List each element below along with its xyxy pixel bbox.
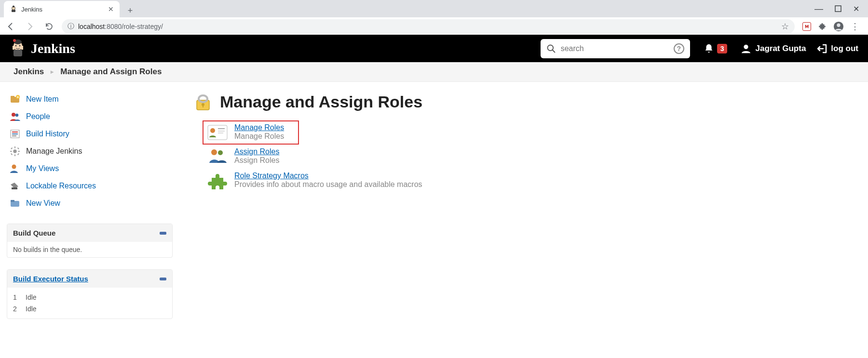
svg-point-49: [211, 149, 217, 155]
sidebar-item-people[interactable]: People: [7, 108, 173, 125]
svg-rect-30: [10, 151, 12, 152]
search-help-icon[interactable]: ?: [674, 43, 684, 54]
sidebar-item-lockable-resources[interactable]: Lockable Resources: [7, 177, 173, 195]
build-queue-empty-text: No builds in the queue.: [13, 246, 82, 253]
url-text: localhost:8080/role-strategy/: [78, 23, 163, 30]
url-path: :8080/role-strategy/: [105, 23, 163, 30]
address-bar-row: ⓘ localhost:8080/role-strategy/ ☆ ᴍ ⋮: [0, 17, 868, 35]
main-content: Manage and Assign Roles Manage Roles Man…: [178, 82, 868, 319]
manage-roles-desc: Manage Roles: [234, 132, 284, 140]
profile-icon[interactable]: [833, 21, 844, 32]
bookmark-icon[interactable]: ☆: [781, 21, 789, 32]
logout-label: log out: [831, 44, 858, 53]
build-queue-header: Build Queue: [7, 224, 172, 242]
executor-status: Idle: [26, 305, 37, 313]
manage-roles-link[interactable]: Manage Roles: [234, 123, 284, 132]
new-tab-button[interactable]: +: [123, 4, 137, 17]
build-queue-title: Build Queue: [13, 229, 55, 237]
sidebar-item-manage-jenkins[interactable]: Manage Jenkins: [7, 143, 173, 160]
executor-num: 1: [13, 293, 21, 301]
notifications[interactable]: 3: [704, 43, 728, 54]
search-icon: [546, 44, 556, 53]
svg-rect-28: [14, 146, 15, 148]
tab-strip: Jenkins ✕ +: [0, 0, 868, 17]
extensions-icon[interactable]: [818, 22, 827, 31]
svg-rect-43: [203, 105, 203, 107]
build-queue-body: No builds in the queue.: [7, 242, 172, 257]
executor-title-link[interactable]: Build Executor Status: [13, 275, 88, 283]
executor-row: 2 Idle: [13, 303, 166, 315]
back-button[interactable]: [4, 20, 17, 33]
jenkins-logo-link[interactable]: Jenkins: [10, 39, 75, 58]
people-group-icon: [207, 147, 228, 166]
sidebar-item-my-views[interactable]: My Views: [7, 160, 173, 177]
executor-status: Idle: [26, 293, 37, 301]
collapse-icon[interactable]: [160, 278, 166, 280]
user-menu[interactable]: Jagrat Gupta: [741, 43, 806, 54]
new-item-icon: ✦: [10, 94, 20, 105]
assign-roles-desc: Assign Roles: [234, 156, 279, 164]
lock-icon: [193, 92, 213, 112]
sidebar-item-label: Lockable Resources: [26, 182, 96, 190]
svg-rect-35: [17, 147, 19, 149]
svg-point-16: [744, 44, 748, 49]
svg-point-36: [12, 165, 16, 169]
site-info-icon[interactable]: ⓘ: [68, 22, 74, 31]
breadcrumb-root[interactable]: Jenkins: [14, 67, 44, 77]
id-card-icon: [207, 123, 228, 142]
tab-close-icon[interactable]: ✕: [108, 5, 114, 13]
assign-roles-link[interactable]: Assign Roles: [234, 147, 279, 156]
breadcrumb: Jenkins ▸ Manage and Assign Roles: [0, 62, 868, 82]
user-name: Jagrat Gupta: [755, 44, 806, 53]
user-icon: [741, 43, 751, 54]
sidebar-item-label: My Views: [26, 164, 59, 173]
sidebar-item-label: New View: [26, 199, 60, 208]
close-window-icon[interactable]: ✕: [853, 4, 859, 13]
svg-rect-11: [21, 46, 23, 50]
collapse-icon[interactable]: [160, 232, 166, 235]
svg-point-22: [15, 114, 18, 117]
forward-button[interactable]: [23, 20, 37, 33]
svg-point-27: [13, 149, 16, 153]
my-views-icon: [10, 163, 20, 174]
page-title: Manage and Assign Roles: [220, 93, 422, 111]
assign-roles-row: Assign Roles Assign Roles: [203, 145, 854, 169]
executor-num: 2: [13, 305, 21, 313]
minimize-icon[interactable]: —: [814, 4, 823, 14]
tab-title: Jenkins: [21, 6, 104, 13]
maximize-icon[interactable]: [835, 5, 841, 12]
sidebar-item-label: New Item: [26, 95, 59, 104]
sidebar-item-label: Manage Jenkins: [26, 147, 82, 156]
browser-tab[interactable]: Jenkins ✕: [4, 1, 120, 17]
breadcrumb-current[interactable]: Manage and Assign Roles: [60, 67, 162, 77]
svg-text:✦: ✦: [16, 95, 19, 99]
role-strategy-macros-link[interactable]: Role Strategy Macros: [234, 172, 309, 180]
logout-icon: [816, 43, 828, 54]
executor-row: 1 Idle: [13, 292, 166, 303]
logout-link[interactable]: log out: [816, 43, 858, 54]
svg-point-12: [15, 45, 17, 46]
manage-roles-row: Manage Roles Manage Roles: [203, 120, 299, 145]
role-strategy-macros-row: Role Strategy Macros Provides info about…: [203, 169, 854, 193]
address-bar[interactable]: ⓘ localhost:8080/role-strategy/ ☆: [62, 19, 795, 34]
mcafee-extension-icon[interactable]: ᴍ: [802, 22, 811, 31]
executor-body: 1 Idle 2 Idle: [7, 288, 172, 318]
svg-point-21: [12, 113, 15, 117]
reload-button[interactable]: [42, 20, 56, 33]
search-box[interactable]: ?: [541, 39, 690, 58]
svg-rect-31: [18, 151, 20, 152]
jenkins-title: Jenkins: [31, 41, 75, 56]
sidebar-item-new-view[interactable]: New View: [7, 195, 173, 212]
lockable-resources-icon: [10, 181, 20, 191]
svg-line-15: [552, 50, 555, 52]
chrome-menu-icon[interactable]: ⋮: [851, 21, 859, 32]
svg-rect-33: [17, 153, 19, 155]
svg-point-9: [13, 39, 16, 42]
puzzle-icon: [207, 172, 228, 190]
search-input[interactable]: [561, 44, 669, 53]
svg-rect-10: [13, 46, 14, 50]
sidebar-item-new-item[interactable]: ✦ New Item: [7, 91, 173, 108]
jenkins-favicon-icon: [10, 5, 17, 13]
executor-pane: Build Executor Status 1 Idle 2 Idle: [7, 269, 173, 319]
sidebar-item-build-history[interactable]: Build History: [7, 125, 173, 143]
